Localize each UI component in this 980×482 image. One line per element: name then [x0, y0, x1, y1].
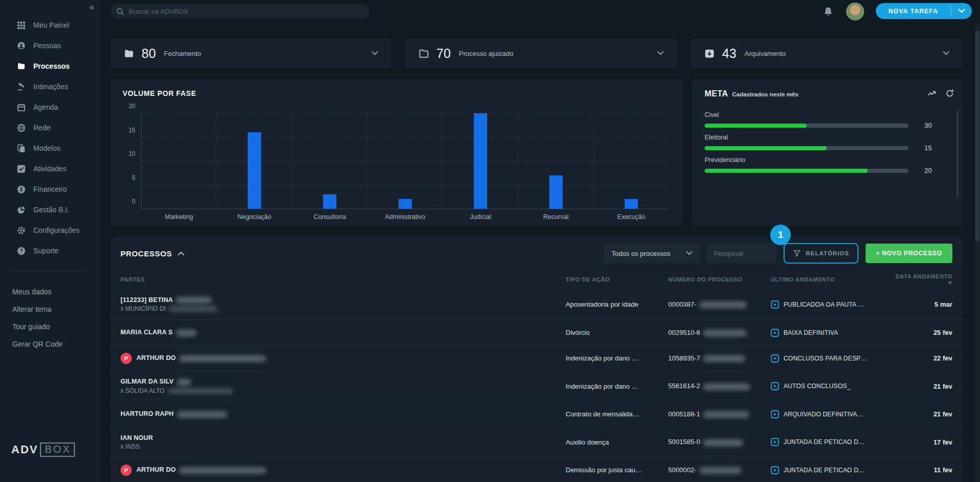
last-movement-cell: JUNTADA DE PETICAO D… [771, 438, 894, 446]
sidebar-item-atividades[interactable]: Atividades [0, 158, 99, 179]
sidebar-collapse-icon[interactable]: « [90, 2, 94, 12]
page-scrollbar-thumb[interactable] [975, 31, 979, 241]
stat-card-fechamento[interactable]: 80Fechamento [110, 38, 391, 68]
sidebar-link-meus-dados[interactable]: Meus dados [0, 283, 99, 300]
sidebar-item-gest-o-b-i-[interactable]: Gestão B.I. [0, 199, 99, 220]
sidebar-item-configura-es[interactable]: Configurações [0, 220, 99, 240]
sidebar-item-modelos[interactable]: Modelos [0, 138, 99, 158]
process-table-row[interactable]: PARTHUR DOIndenização por dano …1058935-… [110, 345, 963, 371]
page-scrollbar[interactable] [975, 23, 980, 482]
partes-cell: MARIA CLARA S [121, 329, 566, 336]
sidebar-item-pessoas[interactable]: Pessoas [0, 35, 99, 56]
redacted-text [179, 355, 266, 362]
sidebar-item-rede[interactable]: Rede [0, 117, 99, 138]
redacted-text [169, 306, 217, 312]
sidebar-item-suporte[interactable]: ?Suporte [0, 240, 99, 261]
process-table-row[interactable]: GILMAR DA SILVx SÓLIDA ALTOIndenização p… [110, 371, 963, 401]
process-table-row[interactable]: PARTHUR DODemissão por justa cau…5000002… [110, 457, 963, 482]
gear-icon [17, 226, 26, 235]
bar-judicial[interactable] [474, 113, 487, 209]
folder-icon [17, 62, 26, 71]
movement-date-cell: 25 fev [894, 329, 952, 336]
chart-column-recursal: Recursal [518, 113, 593, 209]
sidebar-item-intima-es[interactable]: Intimações [0, 76, 99, 97]
process-search[interactable] [707, 244, 776, 263]
x-axis-label: Marketing [165, 213, 193, 220]
process-number-cell: 5000002- [668, 466, 771, 474]
sidebar-item-meu-painel[interactable]: Meu Painel [0, 15, 99, 35]
refresh-icon[interactable] [945, 89, 954, 98]
user-avatar[interactable] [846, 3, 864, 21]
svg-text:$: $ [20, 187, 23, 192]
action-type-cell: Auxilio doença [566, 438, 668, 446]
goal-label: Civel [705, 111, 932, 118]
column-header-4[interactable]: DATA ANDAMENTO [894, 273, 952, 286]
process-filter-dropdown[interactable]: Todos os processos [604, 244, 699, 263]
chart-column-consultoria: Consultoria [292, 113, 367, 209]
y-axis-tick-15: 15 [129, 127, 135, 134]
process-table-row[interactable]: MARIA CLARA SDivórcio0029510-6BAIXA DEFI… [110, 319, 963, 345]
column-header-3: ÚLTIMO ANDAMENTO [771, 276, 894, 283]
meta-goal-previdenci-rio: Previdenciário20 [705, 156, 932, 174]
goal-value: 20 [916, 167, 932, 174]
sidebar-item-label: Financeiro [33, 185, 67, 193]
processos-section-toggle[interactable]: PROCESSOS [121, 249, 184, 258]
chevron-down-icon[interactable] [657, 51, 664, 55]
bar-execução[interactable] [625, 199, 638, 209]
new-task-chevron-down-icon[interactable] [951, 3, 972, 19]
stat-card-arquivamento[interactable]: 43Arquivamento [691, 38, 963, 68]
process-number-cell: 0005188-1 [668, 410, 771, 418]
opposing-party: x SÓLIDA ALTO [121, 387, 233, 394]
goal-value: 30 [916, 122, 932, 129]
calendar-icon [17, 103, 26, 112]
bar-consultoria[interactable] [323, 194, 336, 209]
reports-button[interactable]: 1 RELATÓRIOS [784, 243, 858, 264]
process-table-row[interactable]: [112233] BETINAx MUNICÍPIO DIAposentador… [110, 289, 963, 319]
chevron-up-icon [178, 251, 184, 255]
stat-card-processo-ajuizado[interactable]: 70Processo ajuizado [405, 38, 677, 68]
bar-administrativo[interactable] [398, 199, 412, 209]
notifications-bell-icon[interactable] [823, 6, 834, 17]
chart-column-judicial: Judicial [443, 113, 518, 209]
sidebar-item-label: Configurações [33, 226, 79, 234]
sidebar-item-agenda[interactable]: Agenda [0, 97, 99, 117]
sidebar: « Meu PainelPessoasProcessosIntimaçõesAg… [0, 0, 100, 482]
bar-recursal[interactable] [549, 175, 563, 209]
sort-descending-icon[interactable] [948, 279, 952, 286]
action-type-cell: Aposentadoria por idade [566, 300, 668, 308]
chevron-down-icon[interactable] [943, 51, 949, 55]
partes-cell: IAN NOURx INSS [121, 434, 566, 450]
chart-column-execução: Execução [593, 113, 669, 209]
process-search-input[interactable] [714, 250, 769, 257]
last-movement-cell: BAIXA DEFINITIVA [771, 329, 894, 337]
sidebar-item-financeiro[interactable]: $Financeiro [0, 179, 99, 199]
trend-chart-icon[interactable] [927, 89, 937, 98]
redacted-text [699, 302, 747, 308]
last-movement-cell: CONCLUSOS PARA DESP… [771, 354, 894, 363]
movement-text: CONCLUSOS PARA DESP… [784, 355, 867, 362]
meta-card-scrollbar[interactable] [956, 110, 958, 197]
global-search-input[interactable] [129, 8, 363, 15]
new-task-button[interactable]: NOVA TAREFA [876, 3, 972, 19]
sidebar-link-tour-guiado[interactable]: Tour guiado [0, 318, 99, 335]
opposing-party: x MUNICÍPIO DI [121, 305, 217, 312]
bar-negociação[interactable] [248, 132, 261, 209]
process-table-row[interactable]: HARTURO RAPHContrato de mensalida…000518… [110, 401, 963, 427]
sidebar-link-alterar-tema[interactable]: Alterar tema [0, 300, 99, 318]
folder-filled-icon [124, 48, 134, 59]
sidebar-link-gerar-qr-code[interactable]: Gerar QR Code [0, 335, 99, 353]
chevron-down-icon[interactable] [372, 51, 378, 55]
bar-chart: 05101520MarketingNegociaçãoConsultoriaAd… [141, 113, 669, 209]
action-type-cell: Indenização por dano … [566, 383, 668, 390]
process-table-row[interactable]: IAN NOURx INSSAuxilio doença5001585-0JUN… [110, 427, 963, 457]
sidebar-item-processos[interactable]: Processos [0, 56, 99, 76]
goal-progress-fill [705, 124, 807, 128]
global-search[interactable] [110, 4, 369, 18]
meta-goal-list: Civel30Eleitoral15Previdenciário20 [705, 111, 932, 179]
movement-date-cell: 5 mar [894, 300, 952, 308]
new-process-button[interactable]: + NOVO PROCESSO [866, 244, 952, 263]
movement-text: ARQUIVADO DEFINITIVA… [784, 411, 864, 418]
y-axis-tick-0: 0 [132, 198, 135, 205]
movement-play-icon [771, 466, 779, 474]
dollar-icon: $ [17, 185, 26, 194]
